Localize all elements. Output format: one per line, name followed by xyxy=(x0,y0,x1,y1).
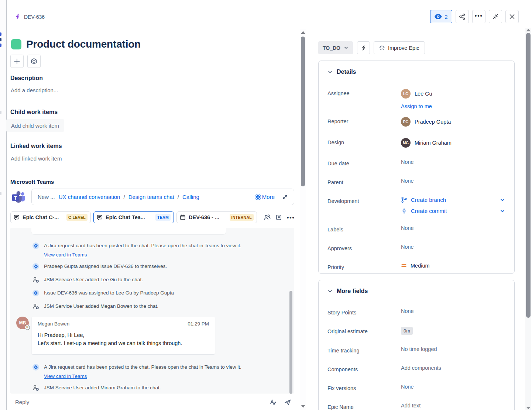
field-label: Time tracking xyxy=(327,346,401,354)
tab-overflow-icon[interactable]: ••• xyxy=(287,214,295,221)
field-value[interactable]: None xyxy=(401,225,414,231)
field-row-design: DesignMGMiriam Graham xyxy=(327,138,505,148)
automation-button[interactable] xyxy=(357,41,370,54)
field-row-original-estimate: Original estimate0m xyxy=(327,327,505,335)
page-title[interactable]: Product documentation xyxy=(26,38,141,50)
field-value[interactable]: No time logged xyxy=(401,346,437,352)
field-value[interactable]: None xyxy=(401,384,414,390)
breadcrumb[interactable]: DEV-636 xyxy=(15,13,45,21)
user-name: Miriam Graham xyxy=(415,140,452,146)
send-icon[interactable] xyxy=(284,399,291,406)
user-value[interactable]: PGPradeep Gupta xyxy=(401,117,505,127)
avatar: MG xyxy=(401,138,411,148)
tab-badge: TEAM xyxy=(155,214,171,221)
conversation-link[interactable]: UX channel conversation xyxy=(59,194,120,200)
view-card-link[interactable]: View card in Teams xyxy=(44,252,87,258)
field-value[interactable]: None xyxy=(401,308,414,314)
user-value[interactable]: LGLee Gu xyxy=(401,89,505,99)
message-time: 01:29 PM xyxy=(188,321,209,327)
configure-button[interactable] xyxy=(27,55,41,68)
jira-icon xyxy=(32,290,39,298)
chevron-down-icon[interactable] xyxy=(500,197,505,203)
watchers-button[interactable]: 2 xyxy=(430,10,452,23)
add-child-work-item[interactable]: Add child work item xyxy=(6,119,64,132)
field-value[interactable]: Add text xyxy=(401,403,421,409)
commit-action[interactable]: Create commit xyxy=(401,208,505,214)
chat-tab[interactable]: DEV-636 - ...INTERNAL xyxy=(176,211,257,223)
user-value[interactable]: MGMiriam Graham xyxy=(401,138,505,148)
plus-icon xyxy=(14,58,20,65)
scroll-up-arrow[interactable] xyxy=(301,31,305,34)
commit-icon xyxy=(401,208,407,214)
field-label: Epic Name xyxy=(327,403,401,410)
scrollbar-thumb[interactable] xyxy=(301,37,305,186)
field-value[interactable]: Add components xyxy=(401,365,441,371)
more-fields-card: More fields Story PointsNoneOriginal est… xyxy=(318,280,515,410)
assign-to-me-link[interactable]: Assign to me xyxy=(401,103,432,109)
field-value[interactable]: None xyxy=(401,244,414,250)
add-linked-work-item[interactable]: Add linked work item xyxy=(11,155,62,162)
share-icon xyxy=(459,13,466,20)
details-header[interactable]: Details xyxy=(327,69,505,75)
conversation-link[interactable]: Design teams chat xyxy=(128,194,174,200)
scroll-down-arrow[interactable] xyxy=(301,405,305,408)
reply-input[interactable]: Reply xyxy=(15,399,270,405)
status-dropdown[interactable]: TO_DO xyxy=(318,41,353,54)
topbar-actions: 2 ••• xyxy=(430,10,519,23)
chevron-down-icon xyxy=(344,45,349,50)
jira-icon xyxy=(32,263,39,271)
more-conversations-link[interactable]: More xyxy=(255,194,275,200)
epic-color-icon[interactable] xyxy=(11,39,21,49)
field-value[interactable]: None xyxy=(401,178,414,184)
description-heading: Description xyxy=(10,75,43,82)
branch-action[interactable]: Create branch xyxy=(401,197,505,203)
tab-label: DEV-636 - ... xyxy=(189,214,227,220)
chat-tab[interactable]: Epic Chat Tea...TEAM xyxy=(93,211,174,223)
view-card-link[interactable]: View card in Teams xyxy=(44,373,87,379)
window-scrollbar[interactable] xyxy=(525,28,531,410)
field-label: Assignee xyxy=(327,89,401,96)
field-label: Parent xyxy=(327,178,401,185)
chat-message: MB✕Megan Bowen01:29 PMHi Pradeep, Hi Lee… xyxy=(16,317,294,354)
scroll-down-arrow[interactable] xyxy=(526,407,531,409)
description-placeholder[interactable]: Add a description... xyxy=(11,87,58,93)
improve-epic-button[interactable]: Improve Epic xyxy=(374,41,425,54)
priority-value[interactable]: Medium xyxy=(401,263,505,269)
field-row-epic-name: Epic NameAdd text xyxy=(327,403,505,410)
conversation-link[interactable]: Calling xyxy=(182,194,199,200)
chevron-down-icon[interactable] xyxy=(500,208,505,214)
field-value[interactable]: None xyxy=(401,159,414,165)
share-button[interactable] xyxy=(456,10,469,23)
more-actions-button[interactable]: ••• xyxy=(472,10,485,23)
add-people-icon[interactable] xyxy=(263,214,271,221)
jira-system-event: A Jira request card has been posted to t… xyxy=(32,364,279,379)
ellipsis-icon: ••• xyxy=(475,13,483,21)
close-icon xyxy=(509,14,515,20)
more-fields-header[interactable]: More fields xyxy=(327,288,505,294)
left-column-scrollbar[interactable] xyxy=(300,29,306,410)
add-button[interactable] xyxy=(10,55,24,68)
issue-key[interactable]: DEV-636 xyxy=(24,14,45,20)
sparkle-icon xyxy=(379,45,385,51)
collapse-button[interactable] xyxy=(489,10,502,23)
scrollbar-thumb[interactable] xyxy=(526,33,531,318)
eye-icon xyxy=(435,14,442,19)
format-text-icon[interactable] xyxy=(270,399,277,406)
chat-tab[interactable]: Epic Chat C-...C-LEVEL xyxy=(10,211,91,223)
chat-scrollbar-thumb[interactable] xyxy=(289,291,292,394)
field-value-chip[interactable]: 0m xyxy=(401,327,413,335)
expand-icon[interactable] xyxy=(282,194,288,200)
chevron-down-icon xyxy=(327,69,333,75)
close-button[interactable] xyxy=(505,10,519,23)
member-added-event: JSM Service User added Lee Gu to the cha… xyxy=(32,277,279,285)
field-label: Development xyxy=(327,197,401,204)
field-label: Fix versions xyxy=(327,384,401,391)
field-label: Design xyxy=(327,138,401,145)
scroll-up-arrow[interactable] xyxy=(526,29,531,31)
field-row-parent: ParentNone xyxy=(327,178,505,185)
watchers-count: 2 xyxy=(445,14,447,20)
user-name: Pradeep Gupta xyxy=(415,119,451,125)
open-in-teams-icon[interactable] xyxy=(275,214,282,221)
teams-section-heading: Microsoft Teams xyxy=(10,179,54,185)
chat-icon xyxy=(97,214,103,220)
